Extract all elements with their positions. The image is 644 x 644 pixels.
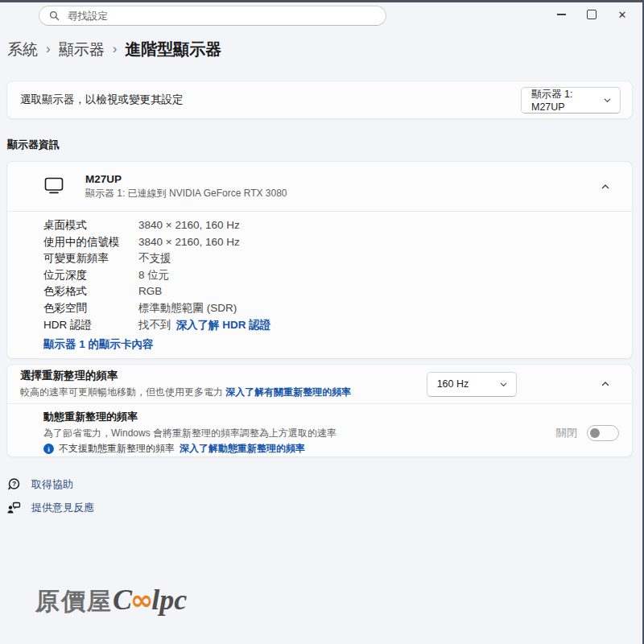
- infinity-icon: ∞: [130, 584, 153, 616]
- display-select-dropdown[interactable]: 顯示器 1: M27UP: [521, 87, 621, 114]
- feedback-link[interactable]: 提供意見反應: [31, 501, 94, 515]
- detail-row-color-space: 色彩空間 標準動態範圍 (SDR): [43, 300, 619, 317]
- chevron-down-icon: [499, 380, 508, 389]
- detail-label: 使用中的信號模式: [43, 234, 128, 251]
- breadcrumb-separator-icon: ›: [112, 41, 118, 57]
- watermark-latin-c: C: [113, 583, 132, 617]
- breadcrumb-system[interactable]: 系統: [7, 39, 38, 60]
- search-input[interactable]: [66, 10, 376, 23]
- display-details-list: 桌面模式 3840 × 2160, 160 Hz 使用中的信號模式 3840 ×…: [7, 212, 632, 333]
- detail-row-signal-mode: 使用中的信號模式 3840 × 2160, 160 Hz: [43, 234, 619, 251]
- feedback-row[interactable]: 提供意見反應: [6, 498, 94, 518]
- minimize-button[interactable]: [546, 5, 576, 24]
- dynamic-refresh-note: i 不支援動態重新整理的頻率 深入了解動態重新整理的頻率: [43, 442, 336, 456]
- detail-value: 標準動態範圍 (SDR): [138, 300, 237, 317]
- get-help-link[interactable]: 取得協助: [31, 477, 73, 492]
- detail-row-bit-depth: 位元深度 8 位元: [43, 267, 619, 284]
- detail-row-hdr-certification: HDR 認證 找不到深入了解 HDR 認證: [43, 317, 619, 334]
- refresh-rate-subtitle: 較高的速率可更順暢地移動，但也使用更多電力 深入了解有關重新整理的頻率: [20, 386, 351, 399]
- chevron-down-icon: [603, 96, 612, 105]
- minimize-icon: [557, 14, 566, 15]
- coolpc-watermark: 原價屋 C ∞ lpc: [35, 583, 187, 618]
- detail-label: 色彩空間: [43, 300, 128, 317]
- refresh-rate-row: 選擇重新整理的頻率 較高的速率可更順暢地移動，但也使用更多電力 深入了解有關重新…: [7, 365, 632, 403]
- settings-window: ✕ 系統 › 顯示器 › 進階型顯示器 選取顯示器，以檢視或變更其設定 顯示器 …: [0, 0, 644, 644]
- monitor-connection: 顯示器 1: 已連線到 NVIDIA GeForce RTX 3080: [85, 187, 287, 200]
- info-icon: i: [43, 444, 54, 454]
- close-button[interactable]: ✕: [607, 5, 638, 24]
- display-info-header[interactable]: M27UP 顯示器 1: 已連線到 NVIDIA GeForce RTX 308…: [7, 162, 632, 211]
- feedback-icon: [6, 501, 21, 515]
- chevron-up-icon: [601, 379, 610, 389]
- maximize-icon: [587, 10, 597, 19]
- detail-value: 找不到深入了解 HDR 認證: [138, 317, 270, 334]
- dynamic-refresh-toggle[interactable]: [587, 425, 619, 441]
- dynamic-refresh-note-text: 不支援動態重新整理的頻率: [59, 442, 175, 456]
- refresh-rate-value: 160 Hz: [437, 378, 469, 390]
- detail-label: HDR 認證: [43, 317, 128, 334]
- select-display-label: 選取顯示器，以檢視或變更其設定: [20, 93, 184, 107]
- search-icon: [49, 10, 60, 21]
- detail-value: RGB: [138, 283, 162, 300]
- detail-value: 不支援: [138, 250, 171, 267]
- refresh-rate-card: 選擇重新整理的頻率 較高的速率可更順暢地移動，但也使用更多電力 深入了解有關重新…: [6, 364, 633, 457]
- display-adapter-properties-link[interactable]: 顯示器 1 的顯示卡內容: [43, 337, 154, 352]
- close-icon: ✕: [618, 10, 627, 20]
- display-select-value: 顯示器 1: M27UP: [531, 88, 603, 113]
- watermark-latin-rest: lpc: [151, 583, 187, 617]
- window-controls: ✕: [546, 5, 638, 24]
- hdr-learn-more-link[interactable]: 深入了解 HDR 認證: [176, 319, 271, 331]
- breadcrumb: 系統 › 顯示器 › 進階型顯示器: [7, 39, 221, 60]
- dynamic-refresh-subtitle: 為了節省電力，Windows 會將重新整理的頻率調整為上方選取的速率: [43, 427, 336, 440]
- detail-label: 色彩格式: [43, 283, 128, 300]
- toggle-knob: [590, 428, 600, 438]
- detail-row-desktop-mode: 桌面模式 3840 × 2160, 160 Hz: [43, 217, 619, 234]
- detail-label: 桌面模式: [43, 217, 128, 234]
- search-box[interactable]: [39, 6, 386, 26]
- refresh-rate-learn-more-link[interactable]: 深入了解有關重新整理的頻率: [225, 386, 351, 398]
- breadcrumb-display[interactable]: 顯示器: [59, 39, 105, 60]
- monitor-icon: [44, 176, 64, 197]
- breadcrumb-separator-icon: ›: [45, 41, 52, 57]
- dynamic-refresh-learn-more-link[interactable]: 深入了解動態重新整理的頻率: [180, 442, 305, 456]
- detail-row-color-format: 色彩格式 RGB: [43, 283, 619, 300]
- detail-value: 3840 × 2160, 160 Hz: [138, 234, 240, 251]
- svg-text:?: ?: [12, 480, 16, 488]
- refresh-rate-dropdown[interactable]: 160 Hz: [427, 372, 517, 397]
- detail-value: 8 位元: [138, 267, 169, 284]
- toggle-state-label: 關閉: [556, 426, 577, 440]
- chevron-up-icon: [601, 182, 610, 192]
- select-display-card: 選取顯示器，以檢視或變更其設定 顯示器 1: M27UP: [6, 80, 633, 119]
- watermark-cjk-text: 原價屋: [35, 585, 113, 618]
- detail-row-variable-refresh: 可變更新頻率 不支援: [43, 250, 619, 267]
- display-info-card: M27UP 顯示器 1: 已連線到 NVIDIA GeForce RTX 308…: [6, 161, 633, 359]
- help-icon: ?: [6, 477, 21, 492]
- section-title-display-info: 顯示器資訊: [7, 138, 60, 152]
- dynamic-refresh-title: 動態重新整理的頻率: [43, 410, 336, 424]
- refresh-expander-button[interactable]: [592, 379, 619, 389]
- get-help-row[interactable]: ? 取得協助: [6, 475, 73, 494]
- page-title: 進階型顯示器: [125, 39, 221, 60]
- detail-label: 可變更新頻率: [43, 250, 128, 267]
- refresh-rate-title: 選擇重新整理的頻率: [20, 369, 351, 383]
- monitor-name: M27UP: [85, 173, 287, 185]
- detail-value: 3840 × 2160, 160 Hz: [138, 217, 240, 234]
- collapse-expander-button[interactable]: [592, 182, 619, 192]
- dynamic-refresh-row: 動態重新整理的頻率 為了節省電力，Windows 會將重新整理的頻率調整為上方選…: [7, 404, 632, 456]
- detail-label: 位元深度: [43, 267, 128, 284]
- maximize-button[interactable]: [576, 5, 607, 24]
- window-top-edge: [0, 0, 644, 2]
